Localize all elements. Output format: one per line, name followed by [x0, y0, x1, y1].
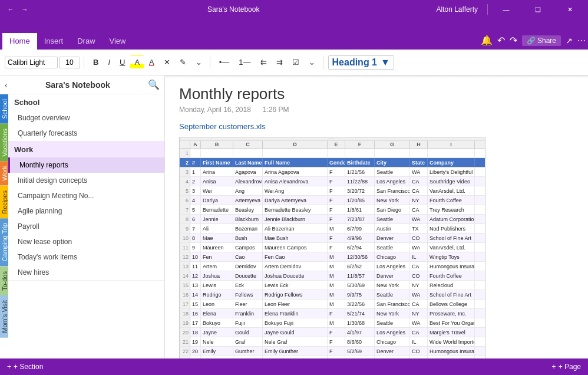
add-section-button[interactable]: + + Section [7, 363, 43, 371]
numbered-button[interactable]: 1— [234, 55, 255, 69]
section-tab-camping[interactable]: Camping Trip [0, 218, 8, 266]
list-item[interactable]: Southridge Video [428, 177, 475, 186]
page-quarterly-forecasts[interactable]: Quarterly forecasts [8, 126, 164, 141]
list-item[interactable]: M [328, 290, 345, 299]
expand-icon[interactable]: ↗ [566, 36, 573, 45]
list-item[interactable]: 8 [190, 233, 201, 242]
list-item[interactable]: Campos [233, 243, 263, 252]
list-item[interactable]: 5/30/69 [345, 281, 375, 290]
list-item[interactable]: Adatum Corporation [428, 356, 475, 358]
list-item[interactable]: Humongous Insurance [428, 262, 475, 271]
list-item[interactable]: Wide World Importers [428, 337, 475, 346]
list-item[interactable]: WA [410, 215, 428, 223]
list-item[interactable]: F [328, 167, 345, 176]
page-new-lease[interactable]: New lease option [8, 234, 164, 249]
list-item[interactable]: Elena Franklin [263, 309, 328, 318]
list-item[interactable]: Margie's Travel [428, 328, 475, 337]
restore-button[interactable]: ❏ [524, 0, 551, 19]
list-item[interactable]: Fen Cao [263, 252, 328, 261]
list-item[interactable]: F [328, 337, 345, 346]
list-item[interactable]: 21 [190, 356, 201, 358]
list-item[interactable]: M [328, 262, 345, 271]
heading-select[interactable]: Heading 1 ▼ [328, 55, 394, 70]
list-item[interactable]: 4 [190, 196, 201, 205]
tab-view[interactable]: View [103, 33, 133, 50]
list-item[interactable]: Jennie [201, 215, 233, 223]
list-item[interactable]: M [328, 300, 345, 308]
list-item[interactable]: VanArsdel, Ltd. [428, 186, 475, 195]
section-label-school[interactable]: School [8, 94, 164, 110]
list-item[interactable]: Seattle [375, 318, 410, 327]
share-button[interactable]: 🔗 Share [522, 35, 561, 46]
list-item[interactable]: Ali [201, 224, 233, 233]
list-item[interactable]: Relecloud [428, 281, 475, 290]
list-item[interactable]: F [328, 196, 345, 205]
list-item[interactable]: Nele [201, 337, 233, 346]
list-item[interactable]: 5 [190, 205, 201, 214]
font-name-input[interactable] [5, 57, 58, 68]
ss-cell-1-f[interactable] [345, 149, 375, 157]
list-item[interactable]: New York [375, 309, 410, 318]
list-item[interactable]: CA [410, 262, 428, 271]
list-item[interactable]: F [328, 309, 345, 318]
ss-cell-h-fname[interactable]: First Name [201, 158, 233, 167]
list-item[interactable]: F [328, 243, 345, 252]
list-item[interactable]: Seattle [375, 215, 410, 223]
close-button[interactable]: ✕ [556, 0, 583, 19]
redo-icon[interactable]: ↷ [510, 35, 517, 46]
list-item[interactable]: F [328, 328, 345, 337]
font-color-button[interactable]: A [145, 55, 158, 69]
list-item[interactable]: Seattle [375, 243, 410, 252]
list-item[interactable]: 12 [190, 271, 201, 280]
list-item[interactable]: CA [410, 186, 428, 195]
ss-cell-h-city[interactable]: City [375, 158, 410, 167]
list-item[interactable]: Maureen [201, 243, 233, 252]
ss-col-header-g[interactable]: G [375, 141, 410, 148]
list-item[interactable]: Rodrigo Fellows [263, 290, 328, 299]
list-item[interactable]: Adatum Corporation [428, 215, 475, 223]
list-item[interactable]: Artem Demidov [263, 262, 328, 271]
list-item[interactable]: CA [410, 328, 428, 337]
list-item[interactable]: Emily Gunther [263, 347, 328, 356]
list-item[interactable]: IL [410, 337, 428, 346]
list-item[interactable]: VanArsdel, Ltd. [428, 243, 475, 252]
page-campaign-meeting[interactable]: Campaign Meeting No... [8, 188, 164, 203]
list-item[interactable]: Leon Fleer [263, 300, 328, 308]
list-item[interactable]: Fujii [233, 318, 263, 327]
search-icon[interactable]: 🔍 [148, 79, 160, 90]
list-item[interactable]: Ang [233, 186, 263, 195]
list-item[interactable]: CA [410, 177, 428, 186]
list-item[interactable]: Arina [201, 167, 233, 176]
list-item[interactable]: Demidov [233, 262, 263, 271]
list-item[interactable]: Graf [233, 337, 263, 346]
list-item[interactable]: 5/2/69 [345, 347, 375, 356]
list-item[interactable]: 9/9/75 [345, 290, 375, 299]
section-tab-school[interactable]: School [0, 94, 8, 124]
list-item[interactable]: New York [375, 281, 410, 290]
list-item[interactable]: Dariya [201, 196, 233, 205]
sidebar-collapse-button[interactable]: ‹ [5, 80, 8, 90]
list-item[interactable]: Wei Ang [263, 186, 328, 195]
ss-cell-1-d[interactable] [263, 149, 328, 157]
list-item[interactable]: Fourth Coffee [428, 196, 475, 205]
list-item[interactable]: 1/20/85 [345, 196, 375, 205]
format-more[interactable]: ⌄ [191, 55, 206, 69]
list-item[interactable]: Jennie Blackburn [263, 215, 328, 223]
list-item[interactable]: 11/8/57 [345, 271, 375, 280]
list-item[interactable]: F [328, 347, 345, 356]
list-item[interactable]: Anisa Alexandrova [263, 177, 328, 186]
bell-icon[interactable]: 🔔 [481, 35, 493, 46]
list-item[interactable]: Nele Graf [263, 337, 328, 346]
list-item[interactable]: Nod Publishers [428, 224, 475, 233]
list-item[interactable]: Jayne [201, 328, 233, 337]
list-item[interactable]: Chicago [375, 252, 410, 261]
tab-insert[interactable]: Insert [37, 33, 71, 50]
list-item[interactable]: Lewis [201, 281, 233, 290]
ss-cell-1-e[interactable] [328, 149, 345, 157]
ss-cell-1-i[interactable] [428, 149, 475, 157]
strikethrough-button[interactable]: ✎ [176, 55, 190, 69]
list-item[interactable]: F [328, 233, 345, 242]
list-item[interactable]: Emily [201, 347, 233, 356]
list-item[interactable]: F [328, 177, 345, 186]
indent-less[interactable]: ⇇ [256, 55, 271, 69]
